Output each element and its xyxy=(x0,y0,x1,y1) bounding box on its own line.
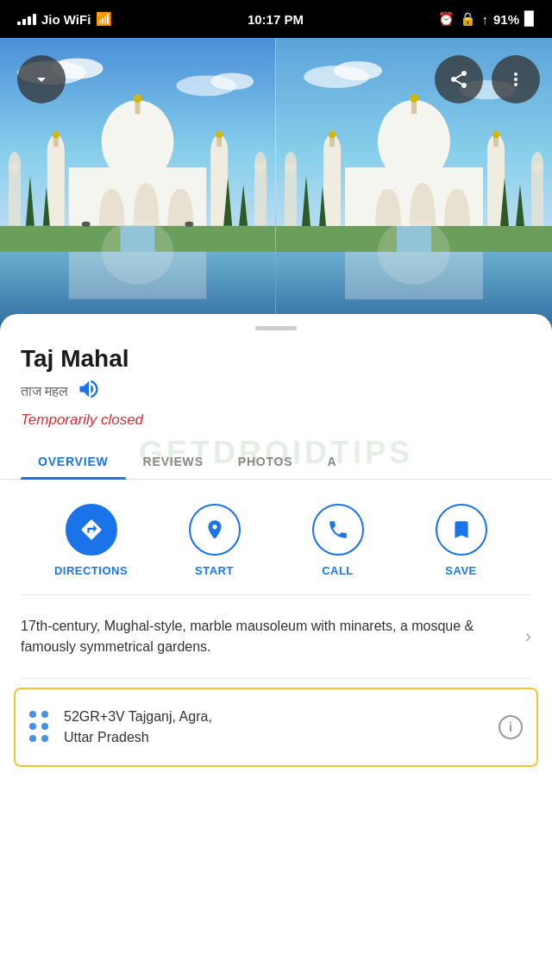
start-action[interactable]: START xyxy=(153,504,276,577)
place-subtitle: ताज महल xyxy=(21,384,68,399)
directions-icon-circle xyxy=(66,504,117,556)
photo-right xyxy=(276,38,552,331)
drag-handle[interactable] xyxy=(255,326,297,330)
tab-photos[interactable]: PHOTOS xyxy=(221,444,310,479)
chevron-right-icon: › xyxy=(525,625,531,648)
location-icon: ↑ xyxy=(481,12,488,27)
tab-about[interactable]: A xyxy=(310,444,354,479)
call-icon-circle xyxy=(312,504,364,556)
svg-point-7 xyxy=(134,94,142,103)
more-button[interactable] xyxy=(492,55,540,104)
svg-point-43 xyxy=(492,131,499,138)
svg-point-45 xyxy=(285,152,297,174)
description-row[interactable]: 17th-century, Mughal-style, marble mauso… xyxy=(21,595,531,679)
directions-action[interactable]: DIRECTIONS xyxy=(29,504,153,577)
svg-point-34 xyxy=(410,94,418,103)
status-closed: Temporarily closed xyxy=(21,411,531,429)
action-buttons: DIRECTIONS START CALL xyxy=(21,480,531,595)
save-label: SAVE xyxy=(445,564,476,577)
svg-point-12 xyxy=(53,131,60,138)
time-label: 10:17 PM xyxy=(248,12,304,27)
wifi-icon: 📶 xyxy=(96,11,112,27)
start-label: START xyxy=(195,564,234,577)
svg-point-20 xyxy=(254,152,267,174)
directions-label: DIRECTIONS xyxy=(54,564,128,577)
status-left: Jio WiFi 📶 xyxy=(17,11,112,27)
photo-left xyxy=(0,38,276,331)
svg-point-52 xyxy=(378,219,450,285)
save-icon-circle xyxy=(436,504,487,556)
svg-point-39 xyxy=(329,131,336,138)
bottom-sheet: Taj Mahal ताज महल Temporarily closed GET… xyxy=(0,314,552,966)
place-subtitle-row: ताज महल xyxy=(21,377,531,406)
battery-label: 91% xyxy=(493,12,519,27)
address-row[interactable]: 52GR+3V Tajganj, Agra, Uttar Pradesh i xyxy=(14,688,538,767)
description-text: 17th-century, Mughal-style, marble mauso… xyxy=(21,616,515,657)
svg-point-26 xyxy=(82,222,91,227)
place-title: Taj Mahal xyxy=(21,344,531,374)
tab-overview[interactable]: OVERVIEW xyxy=(21,444,126,479)
svg-point-27 xyxy=(185,222,193,227)
share-button[interactable] xyxy=(435,55,483,104)
save-action[interactable]: SAVE xyxy=(399,504,523,577)
tab-reviews[interactable]: REVIEWS xyxy=(126,444,221,479)
status-right: ⏰ 🔒 ↑ 91% ▉ xyxy=(438,11,535,27)
location-dots-icon xyxy=(29,711,50,744)
address-text: 52GR+3V Tajganj, Agra, Uttar Pradesh xyxy=(64,707,485,748)
svg-point-25 xyxy=(102,219,174,285)
audio-button[interactable] xyxy=(77,377,101,406)
svg-point-16 xyxy=(216,131,223,138)
photos-section xyxy=(0,38,552,331)
info-button[interactable]: i xyxy=(499,715,523,739)
lock-icon: 🔒 xyxy=(460,11,476,27)
svg-point-4 xyxy=(210,72,254,90)
carrier-label: Jio WiFi xyxy=(41,12,91,27)
call-action[interactable]: CALL xyxy=(276,504,399,577)
alarm-icon: ⏰ xyxy=(438,11,455,27)
battery-icon: ▉ xyxy=(524,11,535,27)
svg-point-30 xyxy=(334,61,382,80)
call-label: CALL xyxy=(322,564,354,577)
svg-point-18 xyxy=(9,152,21,174)
status-bar: Jio WiFi 📶 10:17 PM ⏰ 🔒 ↑ 91% ▉ xyxy=(0,0,552,38)
svg-point-47 xyxy=(531,152,543,174)
start-icon-circle xyxy=(189,504,241,556)
back-button[interactable] xyxy=(17,55,66,104)
tabs: OVERVIEW REVIEWS PHOTOS A xyxy=(0,444,552,480)
signal-bars xyxy=(17,14,36,25)
